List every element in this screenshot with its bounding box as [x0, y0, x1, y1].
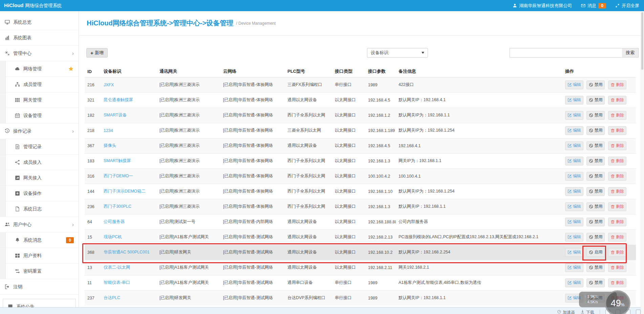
disable-button[interactable]: 禁用 [586, 218, 605, 226]
disable-button[interactable]: 禁用 [586, 263, 605, 272]
sidebar-item-admin-center[interactable]: 管理中心 › [0, 46, 79, 61]
search-field-select[interactable]: 设备标识 [367, 48, 428, 58]
delete-button[interactable]: 删除 [608, 172, 626, 181]
delete-button[interactable]: 删除 [608, 233, 626, 242]
cell-plc-model: 通用以太网设备 [285, 214, 332, 229]
sidebar-item-system-messages[interactable]: 系统消息 0 [0, 232, 79, 248]
company-account[interactable]: 湖南华辰智通科技有限公司 [513, 3, 572, 9]
memory-percent-widget[interactable]: 49 % [605, 290, 630, 314]
disable-button[interactable]: 禁用 [586, 126, 605, 135]
edit-button[interactable]: 编辑 [565, 278, 583, 287]
disable-button[interactable]: 禁用 [586, 111, 605, 120]
ban-icon [589, 235, 593, 239]
vertical-scrollbar[interactable] [641, 11, 644, 314]
edit-button[interactable]: 编辑 [565, 96, 583, 105]
device-name-link[interactable]: 摄像头 [104, 143, 116, 148]
table-row: 236 西门子300PLC [已启用]株洲三菱演示 [已启用]华辰智通-体验网络… [85, 199, 636, 214]
th-large-icon [15, 253, 20, 259]
edit-button[interactable]: 编辑 [565, 126, 583, 135]
disable-button[interactable]: 禁用 [586, 278, 605, 287]
fullscreen-button[interactable]: 开启全屏 [615, 3, 639, 9]
sidebar-item-system-overview[interactable]: 系统总览 [0, 15, 79, 30]
sidebar-item-gateway-access[interactable]: 网关接入 [0, 170, 79, 186]
delete-button[interactable]: 删除 [608, 126, 626, 135]
enable-button[interactable]: 启用 [586, 248, 605, 257]
device-name-link[interactable]: 仪表二-以太网 [104, 265, 130, 270]
device-name-link[interactable]: 西门子演示DEMO箱二 [104, 189, 146, 194]
edit-button[interactable]: 编辑 [565, 111, 583, 120]
device-name-link[interactable]: 智能仪表-串口 [104, 280, 130, 285]
delete-button[interactable]: 删除 [608, 248, 626, 257]
pencil-icon [567, 174, 572, 178]
cell-remark: 422接口 [396, 77, 555, 92]
device-name-link[interactable]: 西门子300PLC [104, 204, 131, 209]
search-button[interactable]: 搜索 [622, 48, 639, 58]
delete-button[interactable]: 删除 [608, 202, 626, 211]
edit-button[interactable]: 编辑 [565, 187, 583, 196]
edit-button[interactable]: 编辑 [565, 248, 583, 257]
sidebar-item-user-center[interactable]: 用户中心 › [0, 217, 79, 232]
add-device-button[interactable]: + 新增 [86, 48, 108, 58]
delete-button[interactable]: 删除 [608, 141, 626, 150]
cell-gateway: [已启用]株洲三菱演示 [157, 138, 220, 153]
cell-cloud-network: [已启用]华辰智通-体验网络 [220, 123, 285, 138]
device-name-link[interactable]: 公司服务器 [104, 219, 125, 224]
cell-interface-param: 192.168.1.2 [365, 108, 396, 123]
sidebar-item-member-access[interactable]: 成员接入 [0, 155, 79, 170]
sidebar-item-system-logs[interactable]: 系统日志 [0, 201, 79, 217]
scrollbar-thumb[interactable] [641, 12, 643, 70]
edit-button[interactable]: 编辑 [565, 202, 583, 211]
device-name-link[interactable]: JXFX [104, 83, 114, 87]
table-row: 321 昆仑通泰触摸屏 [已启用]株洲三菱演示 [已启用]华辰智通-体验网络 通… [85, 92, 636, 108]
disable-button[interactable]: 禁用 [586, 157, 605, 165]
toolbar-icon[interactable] [636, 310, 641, 314]
edit-button[interactable]: 编辑 [565, 218, 583, 226]
disable-button[interactable]: 禁用 [586, 187, 605, 196]
device-name-link[interactable]: 现场PC机 [104, 234, 122, 239]
sidebar-item-logout[interactable]: 注销 [0, 279, 79, 295]
edit-button[interactable]: 编辑 [565, 263, 583, 272]
sidebar-item-admin-records[interactable]: 管理记录 [0, 139, 79, 155]
cell-device-id: SMART设备 [101, 108, 157, 123]
device-name-link[interactable]: 华辰智通AC 500PLC001 [104, 250, 150, 254]
delete-button[interactable]: 删除 [608, 81, 626, 89]
device-name-link[interactable]: 台达PLC [104, 295, 120, 300]
delete-button[interactable]: 删除 [608, 157, 626, 165]
sidebar-item-label: 密码重置 [23, 268, 42, 274]
sidebar-item-network-management[interactable]: 网络管理 [0, 61, 79, 77]
edit-button[interactable]: 编辑 [565, 172, 583, 181]
device-name-link[interactable]: 昆仑通泰触摸屏 [104, 97, 133, 102]
device-name-link[interactable]: 1234 [104, 128, 113, 133]
disable-button[interactable]: 禁用 [586, 81, 605, 89]
accelerator-button[interactable]: 加速器 [557, 310, 575, 314]
sidebar-item-user-profile[interactable]: 用户资料 [0, 248, 79, 264]
sidebar-item-member-management[interactable]: 成员管理 [0, 77, 79, 92]
delete-button[interactable]: 删除 [608, 263, 626, 272]
edit-button[interactable]: 编辑 [565, 233, 583, 242]
delete-button[interactable]: 删除 [608, 96, 626, 105]
sidebar-item-gateway-management[interactable]: 网关管理 [0, 92, 79, 108]
delete-button[interactable]: 删除 [608, 111, 626, 120]
messages-button[interactable]: 消息 0 [581, 3, 606, 9]
disable-button[interactable]: 禁用 [586, 202, 605, 211]
edit-button[interactable]: 编辑 [565, 81, 583, 89]
delete-button[interactable]: 删除 [608, 218, 626, 226]
sidebar-item-password-reset[interactable]: 密码重置 [0, 264, 79, 279]
disable-button[interactable]: 禁用 [586, 141, 605, 150]
device-name-link[interactable]: 西门子DEMO一 [104, 174, 133, 178]
download-button[interactable]: 下载 [580, 310, 594, 314]
device-name-link[interactable]: SMART触摸屏 [104, 158, 131, 163]
disable-button[interactable]: 禁用 [586, 96, 605, 105]
search-input[interactable] [510, 48, 622, 58]
disable-button[interactable]: 禁用 [586, 233, 605, 242]
delete-button[interactable]: 删除 [608, 278, 626, 287]
edit-button[interactable]: 编辑 [565, 141, 583, 150]
device-name-link[interactable]: SMART设备 [104, 113, 127, 117]
delete-button[interactable]: 删除 [608, 187, 626, 196]
sidebar-item-device-operations[interactable]: 设备操作 [0, 186, 79, 201]
sidebar-item-device-management[interactable]: 设备管理 [0, 108, 79, 124]
disable-button[interactable]: 禁用 [586, 172, 605, 181]
sidebar-item-operation-records[interactable]: 操作记录 › [0, 124, 79, 139]
sidebar-item-system-charts[interactable]: 系统图表 [0, 30, 79, 46]
edit-button[interactable]: 编辑 [565, 157, 583, 165]
